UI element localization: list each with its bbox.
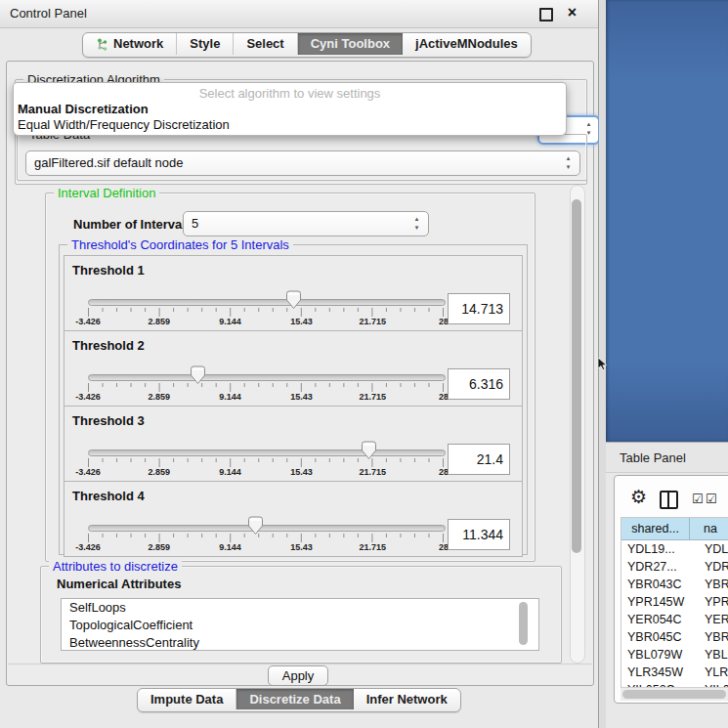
slider-track[interactable] bbox=[88, 374, 446, 381]
tab-jactivemnodules[interactable]: jActiveMNodules bbox=[403, 33, 531, 55]
tick-label: 2.859 bbox=[149, 317, 171, 326]
slider-tick-marks bbox=[88, 458, 444, 468]
tab-impute-data[interactable]: Impute Data bbox=[138, 689, 236, 709]
slider-thumb[interactable] bbox=[285, 290, 302, 310]
tab-select[interactable]: Select bbox=[234, 33, 297, 55]
table-data-group: Table Data galFiltered.sif default node … bbox=[17, 134, 587, 181]
cell-shared-name[interactable]: YBR045C bbox=[621, 628, 699, 646]
interval-definition-group: Interval Definition Number of Intervals … bbox=[45, 193, 535, 562]
slider-thumb[interactable] bbox=[190, 365, 206, 385]
slider-track[interactable] bbox=[88, 525, 446, 532]
settings-scroll-area: Interval Definition Number of Intervals … bbox=[11, 183, 570, 664]
dropdown-option-equal-width-frequency-discretization[interactable]: Equal Width/Frequency Discretization bbox=[14, 117, 566, 133]
table-row[interactable]: YDR27...YDR27 bbox=[621, 558, 728, 576]
cell-name[interactable]: YDL19 bbox=[699, 540, 728, 558]
control-panel-titlebar: Control Panel × bbox=[0, 0, 598, 28]
number-of-intervals-combobox[interactable]: 5 ▴▾ bbox=[183, 211, 429, 236]
attribute-item-selfloops[interactable]: SelfLoops bbox=[62, 599, 538, 617]
attributes-group: Attributes to discretize Numerical Attri… bbox=[40, 566, 562, 664]
threshold-label: Threshold 1 bbox=[72, 263, 145, 278]
apply-button[interactable]: Apply bbox=[268, 665, 328, 686]
table-panel-card: ⚙ ☑ ☑ shared... na YDL19...YDL19YDR27...… bbox=[614, 475, 728, 704]
attribute-item-topologicalcoefficient[interactable]: TopologicalCoefficient bbox=[62, 617, 538, 634]
gear-icon[interactable]: ⚙ bbox=[630, 488, 647, 507]
number-of-intervals-value: 5 bbox=[192, 212, 198, 236]
tick-label: 15.43 bbox=[290, 317, 313, 326]
columns-icon[interactable] bbox=[660, 491, 678, 509]
slider-thumb[interactable] bbox=[361, 441, 377, 460]
tab-label: Style bbox=[190, 33, 220, 55]
dropdown-placeholder-item[interactable]: Select algorithm to view settings bbox=[14, 86, 566, 102]
threshold-2-panel: Threshold 2-3.4262.8599.14415.4321.71528… bbox=[64, 330, 523, 407]
slider-thumb[interactable] bbox=[247, 516, 264, 535]
slider-track[interactable] bbox=[88, 299, 446, 306]
threshold-value-field[interactable]: 6.316 bbox=[448, 368, 510, 400]
cell-name[interactable]: YBR045C bbox=[699, 628, 728, 646]
tick-label: 2.859 bbox=[149, 467, 171, 477]
tab-infer-network[interactable]: Infer Network bbox=[354, 689, 460, 709]
threshold-label: Threshold 2 bbox=[72, 338, 145, 353]
cell-shared-name[interactable]: YBL079W bbox=[621, 646, 699, 664]
table-body: YDL19...YDL19YDR27...YDR27YBR043CYBR043C… bbox=[621, 540, 728, 691]
column-header-shared-name[interactable]: shared... bbox=[621, 518, 690, 539]
tab-discretize-data[interactable]: Discretize Data bbox=[236, 689, 353, 709]
tick-label: 21.715 bbox=[359, 542, 386, 552]
tick-label: 9.144 bbox=[219, 467, 241, 477]
network-desktop: GAL80GCGAL11GAL4GCY1HHAP2 bbox=[606, 0, 728, 442]
tick-label: -3.426 bbox=[75, 392, 101, 402]
float-window-icon[interactable] bbox=[539, 8, 553, 21]
cell-shared-name[interactable]: YDL19... bbox=[621, 540, 699, 558]
tab-network[interactable]: Network bbox=[83, 33, 177, 55]
tab-label: Discretize Data bbox=[249, 689, 340, 709]
threshold-value-field[interactable]: 21.4 bbox=[448, 444, 510, 475]
table-row[interactable]: YDL19...YDL19 bbox=[621, 540, 728, 558]
table-row[interactable]: YBL079WYBL079W bbox=[621, 646, 728, 664]
table-row[interactable]: YBR045CYBR045C bbox=[621, 628, 728, 646]
attribute-item-betweennesscentrality[interactable]: BetweennessCentrality bbox=[62, 634, 538, 651]
list-scrollbar[interactable] bbox=[519, 602, 528, 645]
table-row[interactable]: YBR043CYBR043C bbox=[621, 576, 728, 593]
table-panel-title: Table Panel bbox=[620, 450, 686, 465]
slider-track[interactable] bbox=[88, 450, 446, 456]
scrollbar-thumb[interactable] bbox=[622, 690, 726, 699]
cell-shared-name[interactable]: YER054C bbox=[621, 611, 699, 628]
cell-shared-name[interactable]: YDR27... bbox=[621, 558, 699, 576]
cell-name[interactable]: YER054C bbox=[699, 611, 728, 628]
table-row[interactable]: YPR145WYPR145W bbox=[621, 593, 728, 611]
table-hscrollbar[interactable] bbox=[621, 687, 728, 701]
table-row[interactable]: YLR345WYLR345W bbox=[621, 664, 728, 681]
column-header-name[interactable]: na bbox=[690, 518, 728, 539]
threshold-value-field[interactable]: 11.344 bbox=[448, 519, 510, 550]
numerical-attributes-list[interactable]: SelfLoopsTopologicalCoefficientBetweenne… bbox=[61, 598, 539, 651]
cyni-toolbox-panel: Discretization Algorithm ▴▾ Table Data g… bbox=[6, 61, 594, 686]
tab-style[interactable]: Style bbox=[177, 33, 234, 55]
threshold-value-field[interactable]: 14.713 bbox=[448, 293, 510, 324]
slider-tick-marks bbox=[88, 383, 444, 393]
close-icon[interactable]: × bbox=[568, 4, 577, 21]
apply-bar: Apply bbox=[8, 664, 592, 685]
threshold-label: Threshold 3 bbox=[72, 413, 145, 428]
table-row[interactable]: YER054CYER054C bbox=[621, 611, 728, 628]
checkbox-icon[interactable]: ☑ bbox=[706, 492, 717, 505]
bottom-tabbar: Impute DataDiscretize DataInfer Network bbox=[137, 688, 461, 712]
cell-name[interactable]: YDR27 bbox=[699, 558, 728, 576]
tab-cyni-toolbox[interactable]: Cyni Toolbox bbox=[298, 33, 403, 55]
cell-name[interactable]: YPR145W bbox=[699, 593, 728, 611]
tick-label: 21.715 bbox=[359, 467, 386, 477]
settings-scrollbar[interactable] bbox=[570, 185, 585, 664]
table-header-row: shared... na bbox=[621, 518, 728, 540]
cell-shared-name[interactable]: YPR145W bbox=[621, 593, 699, 611]
interval-definition-label: Interval Definition bbox=[54, 186, 159, 200]
dropdown-option-manual-discretization[interactable]: Manual Discretization bbox=[14, 102, 566, 117]
cell-shared-name[interactable]: YBR043C bbox=[621, 576, 699, 593]
table-data-value: galFiltered.sif default node bbox=[34, 151, 183, 175]
checkbox-icon[interactable]: ☑ bbox=[692, 492, 704, 505]
table-data-combobox[interactable]: galFiltered.sif default node ▴▾ bbox=[25, 150, 580, 176]
cell-shared-name[interactable]: YLR345W bbox=[621, 664, 699, 681]
cell-name[interactable]: YBL079W bbox=[699, 646, 728, 664]
cell-name[interactable]: YLR345W bbox=[699, 664, 728, 681]
cell-name[interactable]: YBR043C bbox=[699, 576, 728, 593]
algorithm-dropdown-popup: Select algorithm to view settings Manual… bbox=[13, 82, 567, 136]
thresholds-group: Threshold's Coordinates for 5 Intervals … bbox=[59, 244, 528, 555]
scrollbar-thumb[interactable] bbox=[572, 199, 581, 553]
